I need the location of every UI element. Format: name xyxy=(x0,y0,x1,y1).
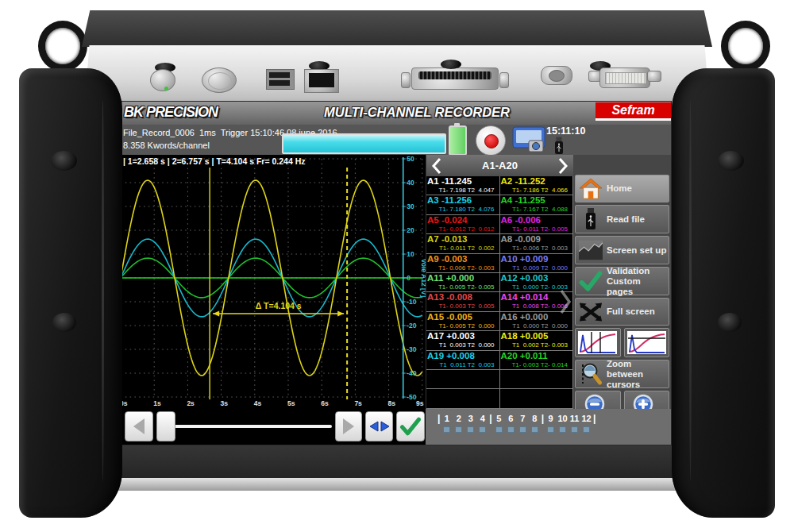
page-indicator-square xyxy=(467,426,474,433)
channel-cell-A1[interactable]: A1 -11.245T1- 7.198 T2 4.047 xyxy=(426,176,500,195)
svg-text:40: 40 xyxy=(407,179,414,187)
chevron-left-icon xyxy=(431,157,442,175)
device-bottom-rail xyxy=(86,478,708,491)
channel-cell-A6[interactable]: A6 -0.006T1- 0.011 T2- 0.005 xyxy=(500,215,574,234)
channel-cell-A5[interactable]: A5 -0.024T1- 0.012 T2 0.012 xyxy=(426,215,500,234)
ethernet-port xyxy=(304,69,339,93)
arrow-left-icon xyxy=(133,418,145,434)
validate-button[interactable] xyxy=(396,411,425,441)
port-bump xyxy=(441,60,461,69)
channel-cursor-values: T1- 0.003 T2 0.005 xyxy=(427,303,499,310)
page-button-5[interactable]: 5 xyxy=(493,414,505,433)
handle-screw-cover xyxy=(51,151,77,171)
channel-cell-A8[interactable]: A8 -0.009T1- 0.006 T2 0.003 xyxy=(500,234,574,253)
graph-preview-cursors-icon xyxy=(578,331,617,354)
table-next-overlay-icon[interactable] xyxy=(558,288,572,318)
pager-separator: | xyxy=(593,414,596,424)
channel-value: A13 -0.008 xyxy=(427,292,499,303)
page-indicator-square xyxy=(495,426,503,433)
channel-cell-A19[interactable]: A19 +0.008T1 0.011 T2 0.003 xyxy=(426,351,500,370)
channel-cell-empty xyxy=(500,370,574,389)
record-progress-bar xyxy=(282,133,446,154)
channel-value: A4 -11.255 xyxy=(501,195,573,206)
channel-page-prev-button[interactable] xyxy=(426,156,447,175)
double-arrow-icon xyxy=(369,420,390,433)
channel-cell-A9[interactable]: A9 -0.003T1- 0.006 T2- 0.003 xyxy=(426,254,500,273)
channel-cursor-values: T1- 7.180 T2 4.076 xyxy=(427,206,499,213)
page-button-7[interactable]: 7 xyxy=(517,414,529,433)
page-indicator-square xyxy=(455,426,462,433)
channel-cell-empty xyxy=(426,389,500,408)
svg-text:10: 10 xyxy=(407,250,414,258)
sidebar-item-label: Home xyxy=(607,183,632,194)
channel-value: A18 +0.005 xyxy=(501,331,573,341)
sidebar-item-read-file[interactable]: Read file xyxy=(575,205,669,233)
screenshot-button[interactable] xyxy=(511,126,546,153)
page-indicator-square xyxy=(531,426,538,433)
record-info-line2: 8.358 Kwords/channel xyxy=(123,141,210,150)
page-button-12[interactable]: 12 xyxy=(580,414,592,433)
channel-cell-A3[interactable]: A3 -11.256T1- 7.180 T2 4.076 xyxy=(426,195,500,214)
channel-cell-A18[interactable]: A18 +0.005T1 0.002 T2- 0.003 xyxy=(500,331,574,350)
pager-separator: | xyxy=(437,414,440,424)
svg-text:-10: -10 xyxy=(407,298,417,306)
scrollbar-thumb[interactable] xyxy=(156,411,175,441)
scroll-right-button[interactable] xyxy=(335,411,362,441)
sidebar-item-validation-custom-pages[interactable]: Validation Custom pages xyxy=(575,267,669,295)
scrollbar-track[interactable] xyxy=(173,425,332,428)
svg-text:8s: 8s xyxy=(388,399,396,407)
channel-cell-A15[interactable]: A15 -0.005T1- 0.005 T2 0.000 xyxy=(426,312,500,331)
sidebar-item-label: Screen set up xyxy=(607,245,666,256)
channel-cell-A17[interactable]: A17 +0.003T1 0.003 T2 0.000 xyxy=(426,331,500,350)
channel-cursor-values: T1 0.000 T2 0.000 xyxy=(501,322,573,330)
sidebar-item-home[interactable]: Home xyxy=(575,175,669,202)
channel-cell-A13[interactable]: A13 -0.008T1- 0.003 T2 0.005 xyxy=(426,292,500,311)
graph-preview-cursors-button[interactable] xyxy=(575,328,621,357)
sidebar-item-screen-setup[interactable]: Screen set up xyxy=(575,236,669,264)
page-button-8[interactable]: 8 xyxy=(529,414,541,433)
channel-cell-A10[interactable]: A10 +0.009T1 0.009 T2 0.000 xyxy=(500,254,574,273)
page-button-9[interactable]: 9 xyxy=(545,414,557,433)
svg-text:9s: 9s xyxy=(416,399,424,407)
status-bar: File_Record_0006 1ms Trigger 15:10:46 08… xyxy=(119,125,671,155)
screw-post xyxy=(647,71,661,82)
page-button-11[interactable]: 11 xyxy=(569,414,580,433)
record-button[interactable] xyxy=(476,125,506,156)
page-button-4[interactable]: 4 xyxy=(476,414,488,433)
channel-cursor-values: T1- 0.006 T2- 0.003 xyxy=(427,264,499,272)
waveform-chart[interactable]: 50403020100-10-20-30-40-50Voie A12 [V]0s… xyxy=(119,155,426,409)
handle-screw-cover xyxy=(718,151,744,171)
channel-cell-A7[interactable]: A7 -0.013T1- 0.011 T2 0.002 xyxy=(426,234,500,253)
channel-cursor-values: T1- 0.005 T2- 0.005 xyxy=(427,283,499,291)
carry-hook-left xyxy=(38,21,87,71)
area-chart-icon xyxy=(579,239,603,261)
sidebar-item-full-screen[interactable]: Full screen xyxy=(575,298,669,326)
page-button-6[interactable]: 6 xyxy=(505,414,517,433)
svg-text:30: 30 xyxy=(407,202,414,210)
usb-stick-icon xyxy=(553,137,565,155)
channel-cell-A4[interactable]: A4 -11.255T1- 7.167 T2 4.088 xyxy=(500,195,574,214)
page-button-1[interactable]: 1 xyxy=(441,414,453,433)
channel-cell-A2[interactable]: A2 -11.252T1- 7.186 T2 4.066 xyxy=(500,176,574,195)
screen-header: BK PRECISION MULTI-CHANNEL RECORDER Sefr… xyxy=(119,102,671,125)
page-number: 3 xyxy=(464,414,476,424)
channel-page-next-button[interactable] xyxy=(553,156,573,175)
power-button[interactable] xyxy=(202,67,237,93)
graph-preview-threshold-button[interactable] xyxy=(624,328,670,357)
device-top-face xyxy=(82,10,712,47)
channel-cell-A11[interactable]: A11 +0.000T1- 0.005 T2- 0.005 xyxy=(426,273,500,292)
page-button-3[interactable]: 3 xyxy=(464,414,476,433)
page-button-2[interactable]: 2 xyxy=(453,414,464,433)
page-number: 2 xyxy=(453,414,464,424)
expand-cursors-button[interactable] xyxy=(365,411,393,441)
sidebar-item-zoom-between-cursors[interactable]: Zoom between cursors xyxy=(575,360,669,388)
page-button-10[interactable]: 10 xyxy=(557,414,569,433)
handle-screw-cover xyxy=(718,313,742,332)
expand-icon xyxy=(579,301,603,323)
channel-value: A5 -0.024 xyxy=(427,215,499,226)
scroll-left-button[interactable] xyxy=(125,411,153,441)
svg-text:6s: 6s xyxy=(321,399,329,407)
page-number: 10 xyxy=(557,414,569,424)
channel-cell-A20[interactable]: A20 +0.011T1- 0.003 T2- 0.014 xyxy=(500,351,574,370)
pager-zone: |1234|5678|9101112| xyxy=(426,409,671,445)
